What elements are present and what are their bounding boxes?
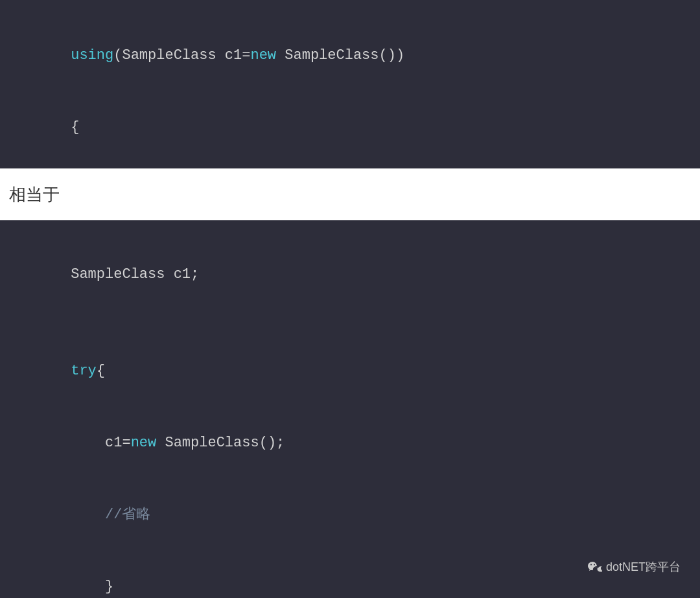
code-line-9: //省略 — [19, 480, 681, 551]
code-block-2: SampleClass c1; try{ c1=new SampleClass(… — [0, 220, 700, 598]
code-line-6 — [19, 312, 681, 335]
code-text: SampleClass c1; — [71, 266, 199, 282]
code-block-1: using(SampleClass c1=new SampleClass()) … — [0, 0, 700, 168]
code-text — [71, 507, 105, 523]
code-text: (SampleClass c1= — [113, 47, 250, 63]
page: using(SampleClass c1=new SampleClass()) … — [0, 0, 700, 598]
code-line-7: try{ — [19, 336, 681, 407]
wechat-icon — [587, 559, 602, 575]
divider-section: 相当于 — [0, 168, 700, 220]
code-line-8: c1=new SampleClass(); — [19, 408, 681, 479]
code-text: SampleClass()) — [276, 47, 404, 63]
watermark-text: dotNET跨平台 — [606, 559, 681, 575]
code-line-10: } — [19, 552, 681, 598]
code-text: { — [71, 119, 79, 135]
code-text: } — [71, 579, 113, 595]
code-text: { — [97, 363, 105, 379]
code-text: SampleClass(); — [156, 435, 285, 451]
code-line-2: { — [19, 93, 681, 163]
keyword-new: new — [250, 47, 276, 63]
code-text: c1= — [71, 435, 130, 451]
code-line-5: SampleClass c1; — [19, 240, 681, 310]
keyword-using: using — [71, 47, 113, 63]
keyword-new2: new — [131, 435, 157, 451]
watermark: dotNET跨平台 — [587, 559, 681, 575]
keyword-try: try — [71, 363, 97, 379]
comment-text-2: //省略 — [105, 507, 150, 523]
divider-label: 相当于 — [9, 183, 60, 206]
code-line-1: using(SampleClass c1=new SampleClass()) — [19, 21, 681, 91]
